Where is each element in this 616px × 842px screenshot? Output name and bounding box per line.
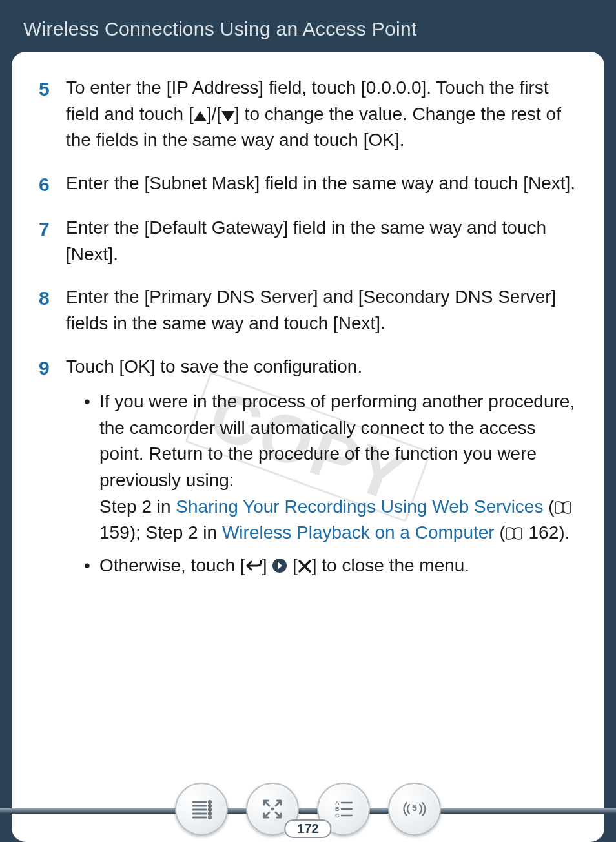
- link-sharing-recordings[interactable]: Sharing Your Recordings Using Web Servic…: [176, 497, 543, 517]
- sub-text: (: [543, 497, 554, 517]
- step-text: ]/[: [207, 104, 221, 124]
- svg-point-15: [271, 808, 274, 811]
- sub-text: 159); Step 2 in: [99, 522, 222, 542]
- svg-point-14: [209, 816, 210, 818]
- step-text: Touch [OK] to save the configuration.: [66, 356, 362, 376]
- sub-text: (: [495, 522, 506, 542]
- step-number: 5: [39, 75, 66, 154]
- svg-point-8: [209, 805, 210, 806]
- step-9: 9 Touch [OK] to save the configuration. …: [39, 354, 577, 588]
- link-wireless-playback[interactable]: Wireless Playback on a Computer: [222, 522, 495, 542]
- svg-point-12: [209, 812, 210, 814]
- svg-text:5: 5: [412, 803, 417, 813]
- step-body: Touch [OK] to save the configuration. • …: [66, 354, 577, 588]
- step-body: Enter the [Subnet Mask] field in the sam…: [66, 170, 577, 199]
- step-5: 5 To enter the [IP Address] field, touch…: [39, 75, 577, 154]
- triangle-up-icon: [194, 111, 207, 121]
- step-body: Enter the [Primary DNS Server] and [Seco…: [66, 284, 577, 336]
- toc-button[interactable]: [175, 783, 228, 836]
- list-item: • Otherwise, touch [] [] to close the me…: [84, 553, 577, 581]
- wireless-button[interactable]: 5: [388, 783, 441, 836]
- book-icon: [555, 495, 571, 508]
- sub-text: 162).: [524, 522, 570, 542]
- step-number: 7: [39, 215, 66, 267]
- sub-body: If you were in the process of performing…: [99, 389, 577, 546]
- content-card: COPY 5 To enter the [IP Address] field, …: [12, 52, 604, 842]
- step-7: 7 Enter the [Default Gateway] field in t…: [39, 215, 577, 267]
- page-root: Wireless Connections Using an Access Poi…: [0, 0, 616, 842]
- step-number: 6: [39, 170, 66, 199]
- step-number: 9: [39, 354, 66, 588]
- sub-text: ] to close the menu.: [312, 555, 469, 575]
- step-number: 8: [39, 284, 66, 336]
- svg-point-10: [209, 808, 210, 810]
- svg-text:A: A: [335, 799, 340, 806]
- close-x-icon: [298, 555, 312, 581]
- svg-point-6: [209, 801, 210, 803]
- sub-text: ]: [262, 555, 272, 575]
- bullet: •: [84, 553, 99, 581]
- next-chevron-icon: [272, 555, 287, 581]
- step-8: 8 Enter the [Primary DNS Server] and [Se…: [39, 284, 577, 336]
- page-title: Wireless Connections Using an Access Poi…: [0, 0, 616, 52]
- sub-body: Otherwise, touch [] [] to close the menu…: [99, 553, 577, 581]
- sub-text: Otherwise, touch [: [99, 555, 245, 575]
- step-body: Enter the [Default Gateway] field in the…: [66, 215, 577, 267]
- bullet: •: [84, 389, 99, 546]
- svg-text:C: C: [335, 812, 340, 819]
- svg-text:B: B: [335, 806, 340, 812]
- sub-text: If you were in the process of performing…: [99, 391, 575, 490]
- step-6: 6 Enter the [Subnet Mask] field in the s…: [39, 170, 577, 199]
- triangle-down-icon: [221, 111, 234, 121]
- sub-text: [: [287, 555, 298, 575]
- step-body: To enter the [IP Address] field, touch […: [66, 75, 577, 154]
- page-number-badge: 172: [284, 819, 331, 838]
- list-item: • If you were in the process of performi…: [84, 389, 577, 546]
- sub-text: Step 2 in: [99, 497, 176, 517]
- sub-list: • If you were in the process of performi…: [66, 389, 577, 580]
- book-icon: [506, 521, 522, 534]
- back-arrow-icon: [245, 555, 262, 581]
